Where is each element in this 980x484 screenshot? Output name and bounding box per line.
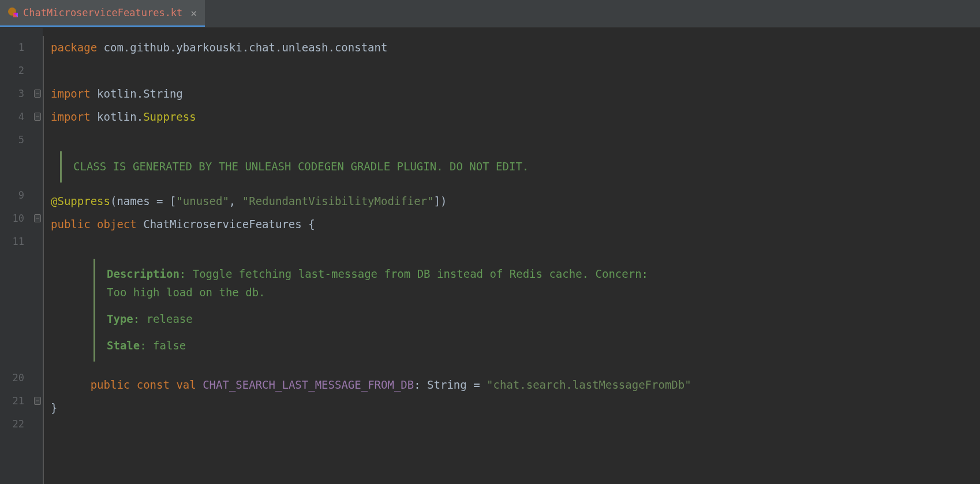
code-line: import kotlin.Suppress [51, 105, 691, 128]
kotlin-file-icon [8, 8, 18, 18]
code-area[interactable]: package com.github.ybarkouski.chat.unlea… [44, 28, 691, 484]
line-number: 3 [0, 82, 32, 105]
doc-value: : false [140, 339, 186, 352]
code-line: @Suppress(names = ["unused", "RedundantV… [51, 189, 691, 213]
code-line [51, 236, 691, 259]
tab-filename: ChatMicroserviceFeatures.kt [23, 7, 182, 18]
code-line: public const val CHAT_SEARCH_LAST_MESSAG… [51, 373, 691, 396]
doc-comment-block: CLASS IS GENERATED BY THE UNLEASH CODEGE… [60, 151, 660, 183]
code-line: } [51, 396, 691, 419]
code-line [51, 59, 691, 82]
fold-marker-icon[interactable] [34, 214, 41, 222]
gutter: 1 2 3 4 5 9 10 11 20 21 22 [0, 28, 32, 484]
line-number: 4 [0, 105, 32, 128]
doc-comment-block: Description: Toggle fetching last-messag… [93, 259, 676, 362]
close-icon[interactable]: × [190, 7, 197, 19]
doc-value: : Toggle fetching last-message from DB i… [107, 267, 648, 299]
file-tab[interactable]: ChatMicroserviceFeatures.kt × [0, 0, 205, 27]
fold-marker-icon[interactable] [34, 90, 41, 98]
doc-key: Stale [107, 339, 140, 352]
line-number: 10 [0, 207, 32, 230]
line-number: 22 [0, 412, 32, 435]
code-line [51, 419, 691, 442]
doc-value: : release [133, 312, 193, 325]
line-number: 1 [0, 36, 32, 59]
tab-bar: ChatMicroserviceFeatures.kt × [0, 0, 980, 28]
line-number: 20 [0, 366, 32, 389]
code-line: package com.github.ybarkouski.chat.unlea… [51, 36, 691, 59]
line-number: 9 [0, 184, 32, 207]
code-line [51, 128, 691, 151]
fold-marker-icon[interactable] [34, 397, 41, 405]
line-number: 2 [0, 59, 32, 82]
fold-gutter [32, 28, 43, 484]
doc-key: Type [107, 312, 133, 325]
code-line: public object ChatMicroserviceFeatures { [51, 213, 691, 236]
doc-key: Description [107, 267, 179, 280]
line-number: 21 [0, 389, 32, 412]
line-number: 5 [0, 128, 32, 151]
code-line: import kotlin.String [51, 82, 691, 105]
line-number: 11 [0, 230, 32, 253]
editor: 1 2 3 4 5 9 10 11 20 21 22 package com.g… [0, 28, 980, 484]
doc-comment-text: CLASS IS GENERATED BY THE UNLEASH CODEGE… [73, 160, 529, 173]
fold-marker-icon[interactable] [34, 113, 41, 121]
